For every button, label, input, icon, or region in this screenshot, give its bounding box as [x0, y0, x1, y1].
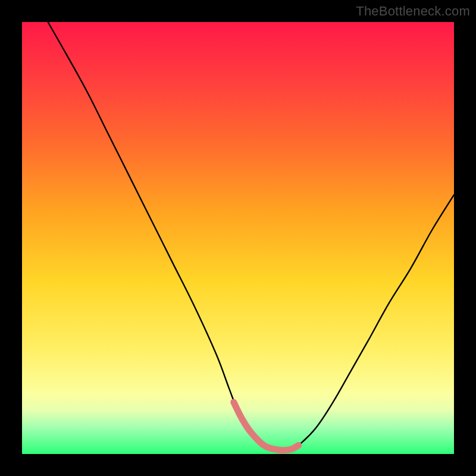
plot-area [22, 22, 454, 454]
chart-frame: TheBottleneck.com [0, 0, 476, 476]
highlight-segment [234, 402, 299, 450]
bottleneck-curve [48, 22, 454, 450]
watermark-label: TheBottleneck.com [356, 4, 470, 19]
line-chart-svg [22, 22, 454, 454]
